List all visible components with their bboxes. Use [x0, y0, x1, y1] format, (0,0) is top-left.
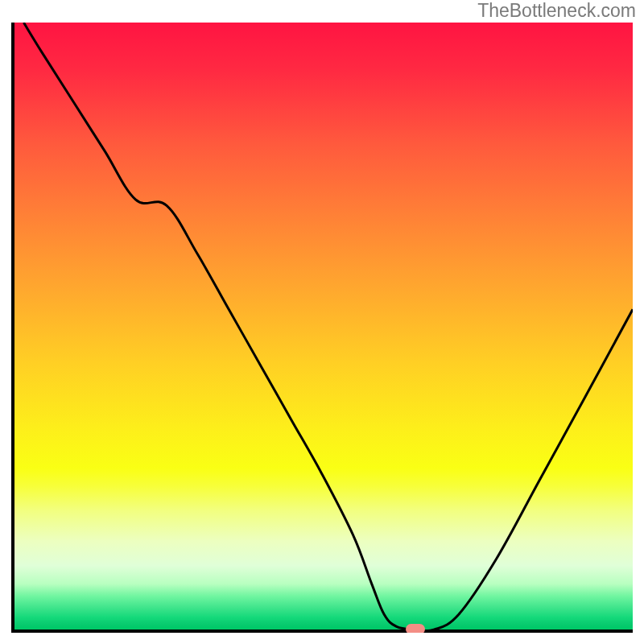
optimal-marker	[406, 624, 425, 633]
chart-container: TheBottleneck.com	[0, 0, 644, 644]
bottleneck-curve	[11, 23, 633, 633]
watermark-text: TheBottleneck.com	[477, 0, 636, 22]
plot-area	[11, 23, 633, 633]
